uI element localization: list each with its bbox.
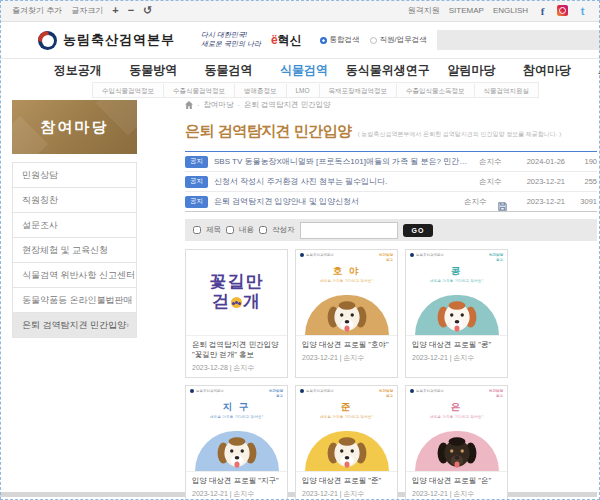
breadcrumb-level1[interactable]: 참여마당 — [204, 100, 234, 110]
card-title: 입양 대상견 프로필 "호야" — [302, 340, 391, 350]
main-content: · 참여마당 · 은퇴 검역탐지견 민간입양 은퇴 검역탐지견 민간입양 ( 농… — [185, 100, 597, 500]
dog-illustration-icon — [436, 434, 478, 470]
agency-mini-logo-icon — [410, 389, 414, 393]
board-row-date: 2023-12-21 — [513, 177, 565, 186]
board-row-views: 190 — [571, 157, 597, 166]
paw-icon — [231, 297, 242, 308]
instagram-icon[interactable] — [557, 5, 568, 16]
english-link[interactable]: ENGLISH — [493, 6, 528, 15]
nav-item-info[interactable]: 정보공개 — [40, 62, 115, 79]
subnav-support[interactable]: 식물검역지원실 — [475, 84, 539, 97]
radio-total-search[interactable]: 통합검색 — [320, 35, 360, 45]
sidebar-item-survey[interactable]: 설문조사 — [13, 213, 136, 238]
card-dog-jigu[interactable]: 농림축산검역본부 민간입양공고 지 구 새로운 가족을 기다리고 있어요! 입 — [185, 385, 288, 500]
poster-dog-name: 준 — [300, 401, 393, 414]
checkbox-content[interactable] — [226, 226, 234, 234]
card-meta: 2023-12-21 | 손지수 — [302, 353, 391, 363]
poster-badge: 민간입양공고 — [379, 389, 393, 399]
sidebar-item-illegal-sale[interactable]: 동물약품등 온라인불법판매 — [13, 288, 136, 313]
site-header: 농림축산검역본부 다시 대한민국! 새로운 국민의 나라 ё혁신 통합검색 직원… — [0, 22, 600, 58]
innovation-e-icon: ё — [271, 33, 278, 47]
card-title: 입양 대상견 프로필 "지구" — [192, 476, 281, 486]
dog-illustration-icon — [436, 298, 478, 334]
font-decrease-button[interactable]: − — [128, 5, 134, 16]
checkbox-author[interactable] — [259, 226, 267, 234]
board-row-views: 3091 — [571, 197, 597, 206]
nav-item-plant-quarantine[interactable]: 식물검역 — [266, 62, 341, 79]
card-dog-jun[interactable]: 농림축산검역본부 민간입양공고 준 새로운 가족을 기다리고 있어요! 입양 — [295, 385, 398, 500]
notice-badge: 공지 — [185, 196, 208, 208]
card-title: 은퇴 검역탐지견 민간입양 "꽃길만 걷개" 홍보 — [192, 340, 281, 360]
poster-dog-name: 콩 — [410, 265, 503, 278]
poster-dog-hoya: 농림축산검역본부 민간입양공고 호 야 새로운 가족을 기다리고 있어요! — [296, 250, 397, 336]
sidebar-item-violation-report[interactable]: 식물검역 위반사항 신고센터 — [13, 263, 136, 288]
agency-name: 농림축산검역본부 — [63, 31, 175, 49]
add-favorites-button[interactable]: 즐겨찾기 추가 — [12, 5, 62, 16]
font-increase-button[interactable]: + — [112, 5, 118, 16]
nav-item-notice[interactable]: 알림마당 — [434, 62, 509, 79]
sub-nav: 수입식물검역정보 수출식물검역정보 병해충정보 LMO 목재포장재검역정보 수출… — [92, 82, 539, 98]
board-row-title[interactable]: SBS TV 동물농장X애니멀봐 [프로독스101]애들의 가족 될 분은? 민… — [214, 156, 473, 167]
radio-selected-icon — [320, 37, 327, 44]
attachment-file-icon — [498, 197, 507, 206]
agency-logo[interactable]: 농림축산검역본부 — [38, 31, 175, 50]
board-row-author: 손지수 — [479, 177, 507, 187]
remote-support-link[interactable]: 원격지원 — [408, 5, 440, 16]
subnav-export-plant[interactable]: 수출식물검역정보 — [164, 84, 235, 97]
go-button[interactable]: GO — [403, 224, 434, 237]
poster-flower-road: 꽃길만 걷 개 — [186, 250, 287, 336]
poster-subtitle: 새로운 가족을 기다리고 있어요! — [300, 279, 393, 283]
checkbox-title[interactable] — [193, 226, 201, 234]
page-note: ( 농림축산검역본부에서 은퇴한 검역탐지견의 민간입양 정보를 제공합니다. … — [358, 130, 561, 139]
agency-mini-logo-icon — [410, 253, 414, 257]
agency-mini-logo-icon — [300, 253, 304, 257]
dog-illustration-icon — [326, 434, 368, 470]
card-dog-eun[interactable]: 농림축산검역본부 민간입양공고 은 새로운 가족을 기다리고 있어요! 입양 — [405, 385, 508, 500]
global-nav: 정보공개 동물방역 동물검역 식물검역 동식물위생연구 알림마당 참여마당 기관… — [0, 58, 600, 82]
card-meta: 2023-12-21 | 손지수 — [412, 353, 501, 363]
home-icon[interactable] — [185, 101, 193, 109]
sitemap-link[interactable]: SITEMAP — [449, 6, 484, 15]
notice-badge: 공지 — [185, 156, 208, 168]
breadcrumb: · 참여마당 · 은퇴 검역탐지견 민간입양 — [185, 100, 597, 110]
facebook-icon[interactable]: f — [537, 5, 548, 16]
card-dog-hoya[interactable]: 농림축산검역본부 민간입양공고 호 야 새로운 가족을 기다리고 있어요! 입 — [295, 249, 398, 378]
card-dog-kong[interactable]: 농림축산검역본부 민간입양공고 콩 새로운 가족을 기다리고 있어요! 입양 — [405, 249, 508, 378]
subnav-import-plant[interactable]: 수입식물검역정보 — [93, 84, 164, 97]
poster-badge: 민간입양공고 — [269, 389, 283, 399]
nav-item-animal-prevention[interactable]: 동물방역 — [115, 62, 190, 79]
font-reset-icon[interactable]: ↺ — [143, 5, 152, 16]
nav-item-research[interactable]: 동식물위생연구 — [342, 62, 434, 79]
subnav-lmo[interactable]: LMO — [287, 84, 320, 97]
notice-board: 공지 SBS TV 동물농장X애니멀봐 [프로독스101]애들의 가족 될 분은… — [185, 151, 597, 212]
card-flower-road-promo[interactable]: 꽃길만 걷 개 은퇴 검역탐지견 민간입양 "꽃길만 걷개" 홍보 2023-1… — [185, 249, 288, 378]
radio-unselected-icon — [370, 37, 377, 44]
nav-item-participation[interactable]: 참여마당 — [509, 62, 584, 79]
board-row-title[interactable]: 은퇴 검역탐지견 입양안내 및 입양신청서 — [214, 196, 458, 207]
sidebar-title: 참여마당 — [12, 100, 137, 154]
board-row-title[interactable]: 신청서 작성시 주거환경 사진 첨부는 필수입니다. — [214, 176, 473, 187]
subnav-disinfection[interactable]: 수출입식물소독정보 — [397, 84, 475, 97]
board-row-author: 손지수 — [464, 197, 492, 207]
radio-staff-search[interactable]: 직원/업무검색 — [370, 35, 427, 45]
board-row[interactable]: 공지 신청서 작성시 주거환경 사진 첨부는 필수입니다. 손지수 2023-1… — [185, 172, 597, 192]
poster-dog-name: 지 구 — [190, 401, 283, 414]
board-row[interactable]: 공지 은퇴 검역탐지견 입양안내 및 입양신청서 손지수 2023-12-21 … — [185, 192, 597, 212]
nav-item-animal-quarantine[interactable]: 동물검역 — [191, 62, 266, 79]
font-size-label: 글자크기 — [71, 5, 103, 16]
subnav-pest-info[interactable]: 병해충정보 — [235, 84, 287, 97]
sidebar-item-praise[interactable]: 직원칭찬 — [13, 188, 136, 213]
poster-dog-jun: 농림축산검역본부 민간입양공고 준 새로운 가족을 기다리고 있어요! — [296, 386, 397, 472]
header-search-input[interactable] — [437, 30, 600, 50]
poster-dog-kong: 농림축산검역본부 민간입양공고 콩 새로운 가족을 기다리고 있어요! — [406, 250, 507, 336]
twitter-icon[interactable]: t — [577, 5, 588, 16]
subnav-wood-packaging[interactable]: 목재포장재검역정보 — [320, 84, 398, 97]
government-slogan: 다시 대한민국! 새로운 국민의 나라 — [201, 31, 261, 49]
nav-item-about[interactable]: 기관소개 — [585, 62, 600, 79]
checkbox-content-label: 내용 — [239, 225, 254, 235]
sidebar-item-field-education[interactable]: 현장체험 및 교육신청 — [13, 238, 136, 263]
board-search-input[interactable] — [300, 222, 398, 239]
board-row[interactable]: 공지 SBS TV 동물농장X애니멀봐 [프로독스101]애들의 가족 될 분은… — [185, 152, 597, 172]
sidebar-item-complaint[interactable]: 민원상담 — [13, 163, 136, 188]
sidebar-item-retired-dog-adoption[interactable]: 은퇴 검역탐지견 민간입양 › — [13, 313, 136, 338]
